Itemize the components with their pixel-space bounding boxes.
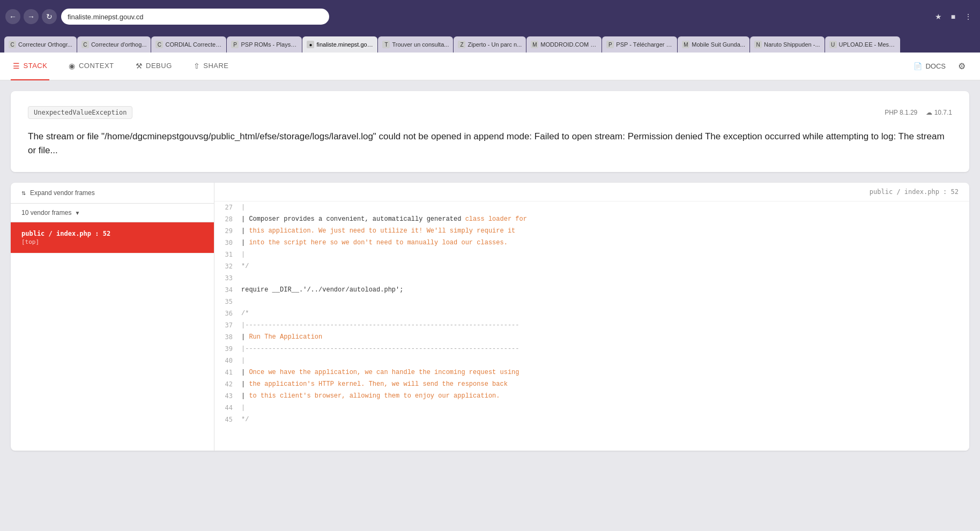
bookmark-icon[interactable]: ★ xyxy=(932,10,945,23)
laravel-icon: ☁ xyxy=(926,109,932,116)
tab-2[interactable]: C Correcteur d'orthog... xyxy=(77,36,151,53)
line-num-30: 30 xyxy=(214,237,241,248)
tab-active[interactable]: ● finaliste.minepst.gouv.cd xyxy=(302,36,377,53)
debug-label: DEBUG xyxy=(146,62,172,70)
tab-6-favicon: Z xyxy=(458,41,465,48)
tab-debug[interactable]: ⚒ DEBUG xyxy=(133,53,174,80)
expand-icon: ⇅ xyxy=(21,190,26,196)
code-line-36: 36 /* xyxy=(214,308,969,319)
tab-9[interactable]: M Mobile Suit Gunda... xyxy=(678,36,749,53)
line-num-42: 42 xyxy=(214,379,241,390)
tab-bar: C Correcteur Orthogr... C Correcteur d'o… xyxy=(0,33,980,53)
stack-item-file: public / index.php : 52 xyxy=(21,230,203,237)
tab-3[interactable]: C CORDIAL Correcteu... xyxy=(151,36,226,53)
code-line-27: 27 | xyxy=(214,201,969,213)
code-line-38: 38 | Run The Application xyxy=(214,331,969,343)
tab-11[interactable]: U UPLOAD.EE - Mes f... xyxy=(825,36,900,53)
tab-1[interactable]: C Correcteur Orthogr... xyxy=(4,36,77,53)
line-content-37: |---------------------------------------… xyxy=(241,320,969,331)
code-line-35: 35 xyxy=(214,296,969,308)
code-line-33: 33 xyxy=(214,272,969,284)
vendor-frames-label: 10 vendor frames xyxy=(21,209,71,216)
laravel-version: ☁ 10.7.1 xyxy=(926,109,952,116)
stack-item-active[interactable]: public / index.php : 52 [top] xyxy=(11,222,214,253)
docs-button[interactable]: 📄 DOCS xyxy=(914,62,946,70)
docs-label: DOCS xyxy=(925,62,946,70)
back-button[interactable]: ← xyxy=(5,9,20,24)
tab-stack[interactable]: ☰ STACK xyxy=(11,53,49,80)
expand-vendor-button[interactable]: ⇅ Expand vendor frames xyxy=(11,183,214,204)
menu-icon[interactable]: ⋮ xyxy=(962,10,975,23)
error-card: UnexpectedValueException PHP 8.1.29 ☁ 10… xyxy=(11,91,969,172)
tab-7-favicon: M xyxy=(531,41,538,48)
nav-header: ☰ STACK ◉ CONTEXT ⚒ DEBUG ⇧ SHARE 📄 DOCS… xyxy=(0,53,980,80)
tab-10[interactable]: N Naruto Shippuden -... xyxy=(750,36,825,53)
line-num-41: 41 xyxy=(214,367,241,378)
stack-right: public / index.php : 52 27 | 28 | Compos… xyxy=(214,183,969,451)
line-num-27: 27 xyxy=(214,202,241,213)
line-content-38: | Run The Application xyxy=(241,332,969,342)
tab-4[interactable]: P PSP ROMs - Playsta... xyxy=(227,36,302,53)
tab-6[interactable]: Z Ziperto - Un parc n... xyxy=(454,36,526,53)
code-area[interactable]: 27 | 28 | Composer provides a convenient… xyxy=(214,201,969,451)
extensions-icon[interactable]: ■ xyxy=(947,10,960,23)
tab-1-label: Correcteur Orthogr... xyxy=(18,41,72,48)
error-header: UnexpectedValueException PHP 8.1.29 ☁ 10… xyxy=(28,106,952,119)
code-line-41: 41 | Once we have the application, we ca… xyxy=(214,367,969,378)
tab-share[interactable]: ⇧ SHARE xyxy=(191,53,231,80)
nav-right: 📄 DOCS ⚙ xyxy=(914,59,969,74)
code-line-39: 39 |------------------------------------… xyxy=(214,343,969,355)
exception-badge: UnexpectedValueException xyxy=(28,106,132,119)
line-num-38: 38 xyxy=(214,332,241,342)
tab-4-label: PSP ROMs - Playsta... xyxy=(241,41,298,48)
code-line-40: 40 | xyxy=(214,355,969,367)
stack-item-location: [top] xyxy=(21,238,203,245)
tab-8-favicon: P xyxy=(606,41,614,48)
vendor-frames-toggle[interactable]: 10 vendor frames ▼ xyxy=(11,204,214,222)
code-line-43: 43 | to this client's browser, allowing … xyxy=(214,390,969,402)
address-bar[interactable]: finaliste.minepst.gouv.cd xyxy=(61,9,329,25)
line-content-40: | xyxy=(241,355,969,366)
line-num-36: 36 xyxy=(214,308,241,319)
line-content-33 xyxy=(241,273,969,283)
tab-3-favicon: C xyxy=(155,41,163,48)
line-content-42: | the application's HTTP kernel. Then, w… xyxy=(241,379,969,390)
tab-7-label: MODDROID.COM - ... xyxy=(540,41,597,48)
laravel-version-text: 10.7.1 xyxy=(934,109,952,116)
main-content: UnexpectedValueException PHP 8.1.29 ☁ 10… xyxy=(0,80,980,531)
browser-chrome: ← → ↻ finaliste.minepst.gouv.cd ★ ■ ⋮ xyxy=(0,0,980,33)
line-num-32: 32 xyxy=(214,261,241,272)
tab-9-favicon: M xyxy=(682,41,689,48)
tab-10-label: Naruto Shippuden -... xyxy=(764,41,820,48)
line-num-33: 33 xyxy=(214,273,241,283)
stack-label: STACK xyxy=(24,62,48,70)
settings-button[interactable]: ⚙ xyxy=(954,59,969,74)
tab-context[interactable]: ◉ CONTEXT xyxy=(66,53,116,80)
context-label: CONTEXT xyxy=(79,62,114,70)
code-line-37: 37 |------------------------------------… xyxy=(214,319,969,331)
php-info: PHP 8.1.29 ☁ 10.7.1 xyxy=(885,109,952,116)
browser-actions: ★ ■ ⋮ xyxy=(932,10,975,23)
tab-11-label: UPLOAD.EE - Mes f... xyxy=(839,41,896,48)
tab-5[interactable]: T Trouver un consulta... xyxy=(378,36,453,53)
tab-2-favicon: C xyxy=(81,41,89,48)
line-num-35: 35 xyxy=(214,296,241,307)
line-num-29: 29 xyxy=(214,226,241,236)
tab-9-label: Mobile Suit Gunda... xyxy=(692,41,745,48)
forward-button[interactable]: → xyxy=(24,9,39,24)
line-content-39: |---------------------------------------… xyxy=(241,343,969,354)
reload-button[interactable]: ↻ xyxy=(42,9,57,24)
tab-8[interactable]: P PSP - Télécharger R... xyxy=(602,36,677,53)
line-content-36: /* xyxy=(241,308,969,319)
code-line-34: 34 require __DIR__.'/../vendor/autoload.… xyxy=(214,284,969,296)
docs-icon: 📄 xyxy=(914,62,922,70)
tab-7[interactable]: M MODDROID.COM - ... xyxy=(526,36,602,53)
line-num-45: 45 xyxy=(214,414,241,425)
line-content-29: | this application. We just need to util… xyxy=(241,226,969,236)
line-content-43: | to this client's browser, allowing the… xyxy=(241,391,969,401)
line-content-44: | xyxy=(241,402,969,413)
error-message: The stream or file "/home/dgcminepstgouv… xyxy=(28,130,952,157)
tab-2-label: Correcteur d'orthog... xyxy=(91,41,147,48)
share-icon: ⇧ xyxy=(194,62,201,70)
code-line-30: 30 | into the script here so we don't ne… xyxy=(214,237,969,249)
